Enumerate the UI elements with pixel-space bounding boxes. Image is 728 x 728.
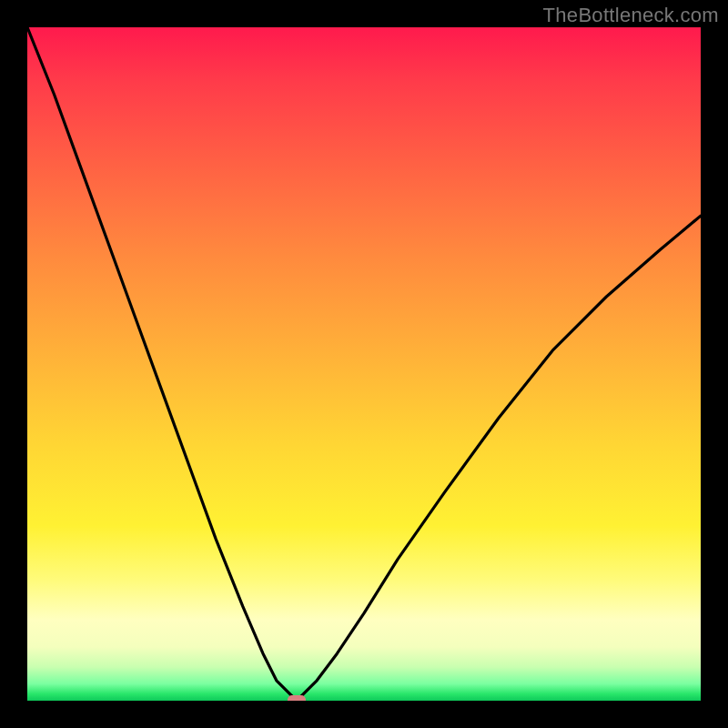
optimum-marker [288,695,306,701]
bottleneck-curve [27,27,701,701]
chart-frame: TheBottleneck.com [0,0,728,728]
curve-layer [27,27,701,701]
watermark-text: TheBottleneck.com [543,4,719,27]
plot-area [27,27,701,701]
